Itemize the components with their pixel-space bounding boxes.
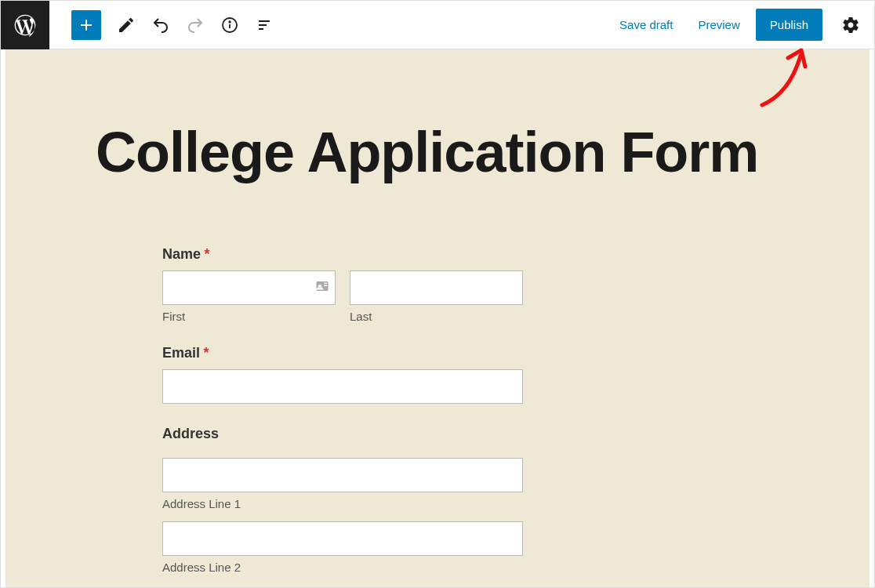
address-label: Address: [162, 426, 219, 442]
outline-button[interactable]: [247, 8, 281, 42]
address-line-2-input[interactable]: [162, 521, 523, 556]
wordpress-logo[interactable]: [1, 1, 49, 49]
wordpress-icon: [13, 13, 38, 38]
editor-top-bar: Save draft Preview Publish: [1, 1, 874, 49]
form-preview: Name * First Last: [162, 246, 523, 574]
list-view-icon: [255, 16, 274, 34]
pencil-icon: [117, 16, 136, 34]
address-line-2-sublabel: Address Line 2: [162, 561, 523, 574]
undo-button[interactable]: [143, 8, 178, 42]
required-asterisk: *: [204, 246, 209, 262]
add-block-button[interactable]: [71, 10, 101, 40]
toolbar-left: [71, 8, 281, 42]
save-draft-button[interactable]: Save draft: [610, 10, 682, 39]
last-name-input[interactable]: [350, 270, 523, 305]
first-name-input[interactable]: [162, 270, 336, 305]
name-field-group: Name * First Last: [162, 246, 523, 323]
first-sublabel: First: [162, 310, 336, 323]
edit-mode-button[interactable]: [109, 8, 143, 42]
publish-button[interactable]: Publish: [756, 9, 822, 41]
info-button[interactable]: [212, 8, 247, 42]
name-label: Name: [162, 246, 201, 263]
required-asterisk: *: [203, 345, 209, 361]
email-label: Email: [162, 345, 200, 361]
svg-point-2: [229, 21, 231, 23]
address-line-1-sublabel: Address Line 1: [162, 497, 523, 510]
email-input[interactable]: [162, 369, 523, 404]
plus-icon: [77, 16, 96, 34]
contact-card-icon: [315, 279, 329, 296]
redo-icon: [186, 16, 205, 34]
last-sublabel: Last: [350, 310, 523, 323]
address-line-1-input[interactable]: [162, 458, 523, 492]
settings-button[interactable]: [833, 8, 868, 42]
info-icon: [220, 16, 239, 34]
editor-canvas: College Application Form Name * First: [5, 49, 870, 587]
preview-button[interactable]: Preview: [688, 10, 749, 39]
toolbar-right: Save draft Preview Publish: [610, 8, 868, 42]
gear-icon: [841, 16, 860, 34]
address-field-group: Address Address Line 1 Address Line 2: [162, 426, 523, 574]
email-field-group: Email *: [162, 345, 523, 404]
redo-button: [178, 8, 212, 42]
undo-icon: [151, 16, 170, 34]
page-title[interactable]: College Application Form: [5, 49, 870, 183]
